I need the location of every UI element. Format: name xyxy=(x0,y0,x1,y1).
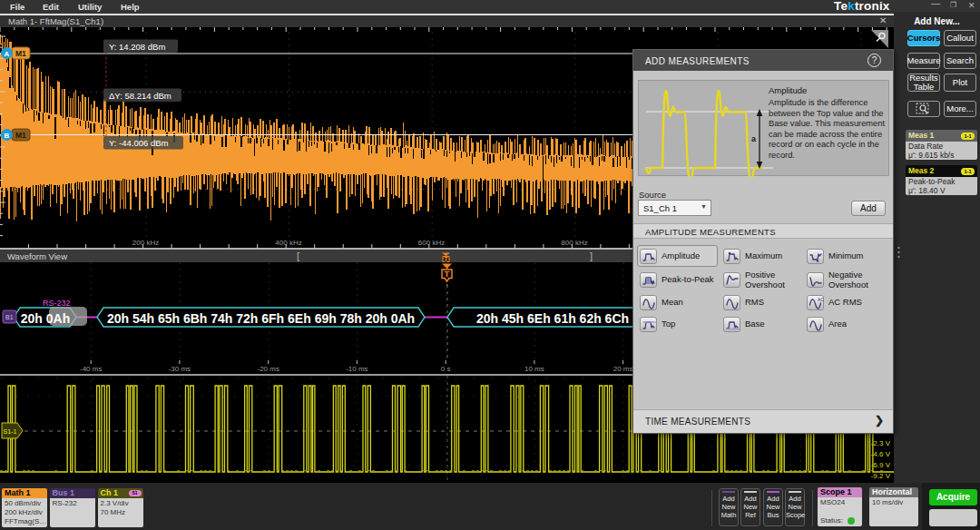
svg-text:S1-1: S1-1 xyxy=(4,428,17,435)
svg-text:20h 54h 65h 6Bh 74h 72h 6Fh 6E: 20h 54h 65h 6Bh 74h 72h 6Fh 6Eh 69h 78h … xyxy=(107,311,415,326)
svg-text:10 ms: 10 ms xyxy=(524,365,544,373)
svg-text:B: B xyxy=(5,132,10,140)
svg-text:800 kHz: 800 kHz xyxy=(561,239,587,247)
svg-text:-40 ms: -40 ms xyxy=(80,365,102,373)
svg-text:RS-232: RS-232 xyxy=(43,299,71,308)
svg-text:-20 ms: -20 ms xyxy=(257,365,279,373)
svg-text:M1: M1 xyxy=(15,131,26,140)
svg-text:T: T xyxy=(445,269,450,279)
svg-text:20 ms: 20 ms xyxy=(613,365,633,373)
svg-text:T: T xyxy=(445,256,448,262)
svg-text:200 kHz: 200 kHz xyxy=(132,239,159,247)
svg-text:400 kHz: 400 kHz xyxy=(275,239,301,247)
svg-text:AC: AC xyxy=(818,297,824,302)
svg-text:Y: -44.006 dBm: Y: -44.006 dBm xyxy=(109,138,169,148)
svg-text:ΔY: 58.214 dBm: ΔY: 58.214 dBm xyxy=(109,91,172,101)
svg-text:A: A xyxy=(5,50,10,58)
svg-text:0 s: 0 s xyxy=(441,365,451,373)
svg-text:20h 0Ah: 20h 0Ah xyxy=(21,311,70,326)
svg-text:-9.2 V: -9.2 V xyxy=(871,472,891,480)
svg-text:-30 ms: -30 ms xyxy=(169,365,191,373)
svg-text:-6.9 V: -6.9 V xyxy=(871,461,891,469)
svg-text:-4.6 V: -4.6 V xyxy=(871,450,891,458)
svg-text:M1: M1 xyxy=(15,49,26,58)
svg-text:600 kHz: 600 kHz xyxy=(418,239,445,247)
svg-text:-10 ms: -10 ms xyxy=(346,365,368,373)
svg-text:a: a xyxy=(751,134,757,143)
svg-text:Y: 14.208 dBm: Y: 14.208 dBm xyxy=(109,42,165,52)
svg-text:-2.3 V: -2.3 V xyxy=(871,439,891,447)
svg-text:B1: B1 xyxy=(5,314,14,320)
